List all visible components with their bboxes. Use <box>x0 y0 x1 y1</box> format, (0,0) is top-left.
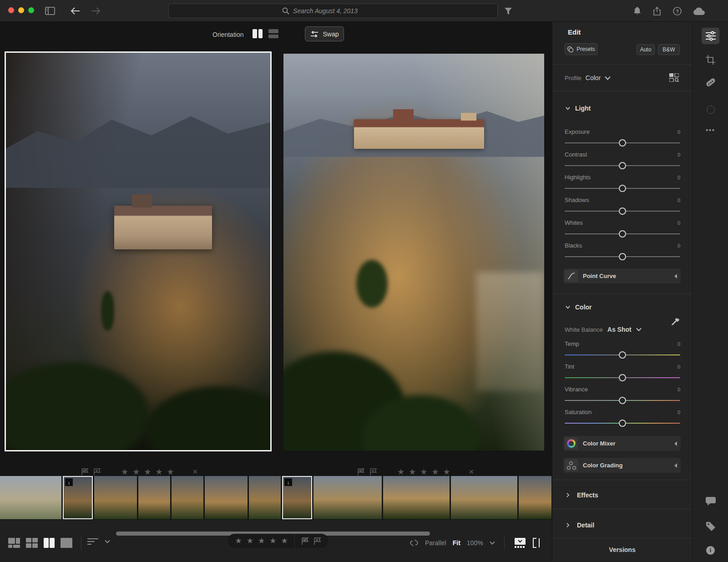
filmstrip-thumbnail[interactable] <box>519 476 551 519</box>
light-section-header[interactable]: Light <box>566 105 591 112</box>
profile-row[interactable]: Profile Color <box>565 74 611 81</box>
slider-knob[interactable] <box>619 420 626 427</box>
comments-icon[interactable] <box>693 497 728 506</box>
healing-tool-icon[interactable] <box>693 80 728 85</box>
bw-button[interactable]: B&W <box>658 44 680 55</box>
pick-flag-icon[interactable] <box>357 468 365 476</box>
star-icon[interactable]: ★ <box>397 467 404 477</box>
reject-flag-icon[interactable] <box>369 468 377 476</box>
fit-button[interactable]: Fit <box>453 539 460 547</box>
filter-icon[interactable] <box>502 5 515 17</box>
star-icon[interactable]: ★ <box>144 467 151 477</box>
right-photo-star-rating[interactable]: ★★★★★ <box>397 467 450 477</box>
sort-control[interactable] <box>87 538 110 545</box>
forward-button[interactable] <box>89 5 102 17</box>
slider-knob[interactable] <box>619 374 626 381</box>
square-grid-view-icon[interactable] <box>26 538 38 548</box>
help-icon[interactable]: ? <box>671 5 683 17</box>
crop-tool-icon[interactable] <box>693 55 728 65</box>
slider-track[interactable] <box>565 139 680 147</box>
white-balance-eyedropper-icon[interactable] <box>671 318 679 326</box>
close-window-button[interactable] <box>8 7 14 13</box>
star-icon[interactable]: ★ <box>132 467 140 477</box>
detail-view-icon[interactable] <box>61 538 72 548</box>
back-button[interactable] <box>69 5 82 17</box>
split-view-icon[interactable] <box>533 538 543 548</box>
color-section-header[interactable]: Color <box>566 304 592 311</box>
slider-track[interactable] <box>565 230 680 238</box>
slider-track[interactable] <box>565 351 680 359</box>
filmstrip-thumbnail[interactable] <box>205 476 248 519</box>
white-balance-value[interactable]: As Shot <box>607 326 632 333</box>
slider-track[interactable] <box>565 420 680 427</box>
swap-button[interactable]: Swap <box>305 26 344 41</box>
star-icon[interactable]: ★ <box>409 467 416 477</box>
filmstrip-thumbnail[interactable] <box>94 476 137 519</box>
notifications-bell-icon[interactable] <box>631 5 643 17</box>
star-icon[interactable]: ★ <box>269 536 276 546</box>
reject-flag-icon[interactable] <box>313 537 321 545</box>
profile-value[interactable]: Color <box>586 74 601 81</box>
parallel-label[interactable]: Parallel <box>425 539 446 547</box>
left-photo-clear-icon[interactable]: ✕ <box>192 468 198 476</box>
filmstrip-toggle-icon[interactable] <box>514 538 526 548</box>
keywords-tag-icon[interactable] <box>693 521 728 532</box>
star-icon[interactable]: ★ <box>155 467 162 477</box>
slider-track[interactable] <box>565 397 680 404</box>
star-icon[interactable]: ★ <box>258 536 265 546</box>
slider-knob[interactable] <box>619 397 626 404</box>
photo-grid-view-icon[interactable] <box>8 538 20 548</box>
more-tools-icon[interactable]: ••• <box>693 127 728 134</box>
filmstrip-thumbnail[interactable] <box>172 476 203 519</box>
auto-button[interactable]: Auto <box>637 44 655 55</box>
toolbar-star-rating[interactable]: ★★★★★ <box>228 536 294 546</box>
point-curve-row[interactable]: Point Curve <box>563 268 681 284</box>
star-icon[interactable]: ★ <box>420 467 427 477</box>
slider-knob[interactable] <box>619 351 626 359</box>
star-icon[interactable]: ★ <box>443 467 450 477</box>
compare-view-icon[interactable] <box>44 538 55 548</box>
presets-button[interactable]: Presets <box>565 43 597 55</box>
filmstrip-thumbnail[interactable] <box>383 476 450 519</box>
color-mixer-row[interactable]: Color Mixer <box>563 436 681 451</box>
link-broken-icon[interactable] <box>410 539 419 547</box>
right-photo-clear-icon[interactable]: ✕ <box>469 468 475 476</box>
pick-flag-icon[interactable] <box>81 468 89 476</box>
star-icon[interactable]: ★ <box>167 467 174 477</box>
filmstrip-thumbnail[interactable] <box>138 476 170 519</box>
profile-browse-icon[interactable] <box>669 73 679 82</box>
slider-knob[interactable] <box>619 162 626 169</box>
filmstrip-thumbnail[interactable] <box>0 476 61 519</box>
white-balance-row[interactable]: White Balance As Shot <box>565 326 642 333</box>
cloud-sync-icon[interactable] <box>693 5 705 17</box>
effects-section-header[interactable]: Effects <box>566 491 598 499</box>
filmstrip-thumbnail[interactable] <box>249 476 281 519</box>
filmstrip-thumbnail-selected[interactable]: ↓ <box>282 476 312 519</box>
filmstrip-thumbnail[interactable] <box>313 476 382 519</box>
orientation-vertical-icon[interactable] <box>253 29 263 38</box>
slider-knob[interactable] <box>619 253 626 260</box>
left-photo-star-rating[interactable]: ★★★★★ <box>121 467 174 477</box>
share-icon[interactable] <box>651 5 663 17</box>
slider-track[interactable] <box>565 162 680 169</box>
zoom-percentage[interactable]: 100% <box>467 539 483 547</box>
sidebar-toggle-icon[interactable] <box>44 5 56 17</box>
color-grading-row[interactable]: Color Grading <box>563 458 681 473</box>
edit-sliders-icon[interactable] <box>693 31 728 41</box>
info-icon[interactable]: i <box>693 546 728 555</box>
star-icon[interactable]: ★ <box>431 467 439 477</box>
chevron-down-icon[interactable] <box>490 541 495 545</box>
compare-photo-left[interactable] <box>5 51 272 451</box>
slider-track[interactable] <box>565 185 680 192</box>
star-icon[interactable]: ★ <box>281 536 288 546</box>
filmstrip-thumbnail[interactable] <box>451 476 517 519</box>
masking-tool-icon[interactable] <box>693 106 728 114</box>
star-icon[interactable]: ★ <box>247 536 253 546</box>
compare-photo-right[interactable] <box>283 54 544 451</box>
slider-knob[interactable] <box>619 139 626 147</box>
orientation-horizontal-icon[interactable] <box>268 29 278 38</box>
star-icon[interactable]: ★ <box>121 467 128 477</box>
minimize-window-button[interactable] <box>18 7 24 13</box>
search-input[interactable] <box>293 7 384 15</box>
slider-knob[interactable] <box>619 230 626 238</box>
